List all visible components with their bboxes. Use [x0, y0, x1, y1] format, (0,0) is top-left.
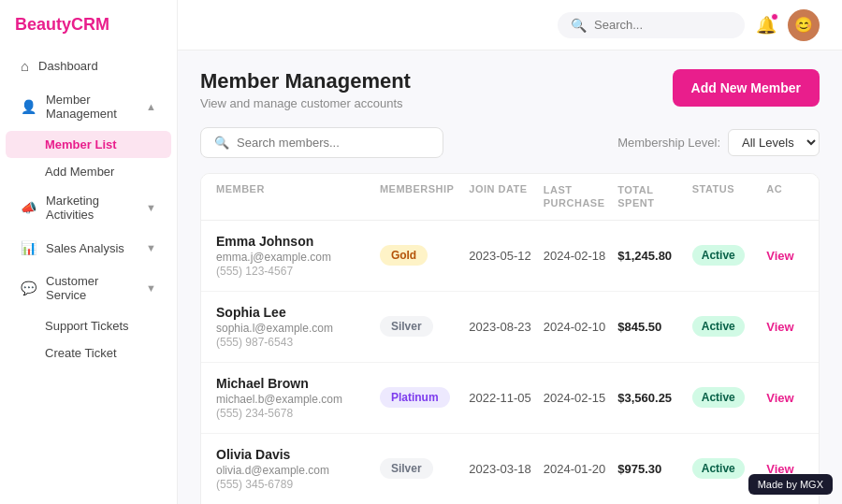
main-content-area: 🔍 🔔 😊 Member Management View and manage …	[178, 0, 842, 504]
table-row: Olivia Davis olivia.d@example.com (555) …	[201, 434, 819, 504]
sidebar-sub-create-ticket[interactable]: Create Ticket	[6, 339, 171, 367]
page-subtitle: View and manage customer accounts	[200, 96, 411, 110]
filter-label: Membership Level:	[617, 136, 720, 150]
last-purchase: 2024-02-15	[544, 391, 618, 405]
status-badge: Active	[692, 245, 767, 266]
sidebar-item-customer-service[interactable]: 💬 Customer Service ▼	[6, 266, 171, 310]
join-date: 2022-11-05	[469, 391, 544, 405]
total-spent: $1,245.80	[617, 249, 691, 263]
table-row: Michael Brown michael.b@example.com (555…	[201, 363, 819, 434]
silver-badge: Silver	[380, 458, 433, 479]
chevron-up-icon: ▲	[146, 101, 156, 112]
last-purchase: 2024-02-18	[544, 249, 618, 263]
col-join-date: JOIN DATE	[469, 183, 544, 210]
page-header: Member Management View and manage custom…	[200, 69, 820, 110]
sidebar-item-member-management[interactable]: 👤 Member Management ▲	[6, 84, 171, 129]
sidebar-item-label: Customer Service	[46, 274, 137, 302]
action-cell[interactable]: View	[766, 318, 804, 335]
sidebar-sub-add-member[interactable]: Add Member	[6, 158, 171, 185]
member-email: michael.b@example.com	[216, 393, 380, 406]
sidebar-item-marketing[interactable]: 📣 Marketing Activities ▼	[6, 185, 171, 230]
sidebar: BeautyCRM ⌂ Dashboard 👤 Member Managemen…	[0, 0, 178, 504]
made-by-text: Made by MGX	[758, 479, 823, 490]
member-info: Olivia Davis olivia.d@example.com (555) …	[216, 447, 380, 491]
marketing-icon: 📣	[21, 200, 36, 215]
view-link[interactable]: View	[766, 249, 793, 263]
app-logo: BeautyCRM	[0, 15, 177, 50]
sidebar-sub-member-list[interactable]: Member List	[6, 131, 171, 158]
search-members-icon: 🔍	[214, 136, 229, 150]
toolbar: 🔍 Membership Level: All Levels Gold Silv…	[200, 127, 820, 158]
member-phone: (555) 234-5678	[216, 407, 380, 420]
col-action: AC	[766, 183, 804, 210]
chevron-down-icon2: ▼	[146, 242, 156, 253]
search-icon: 🔍	[571, 18, 587, 33]
customer-service-icon: 💬	[21, 281, 36, 295]
member-icon: 👤	[21, 99, 36, 114]
member-phone: (555) 345-6789	[216, 478, 380, 491]
active-badge: Active	[692, 316, 745, 337]
member-name: Emma Johnson	[216, 234, 380, 249]
member-info: Michael Brown michael.b@example.com (555…	[216, 376, 380, 420]
col-total-spent: TOTALSPENT	[617, 183, 691, 210]
total-spent: $975.30	[617, 462, 691, 476]
active-badge: Active	[692, 458, 745, 479]
member-email: emma.j@example.com	[216, 251, 380, 264]
total-spent: $3,560.25	[617, 391, 691, 405]
page-title: Member Management	[200, 69, 411, 94]
total-spent: $845.50	[617, 320, 691, 334]
col-status: STATUS	[692, 183, 767, 210]
chevron-down-icon: ▼	[146, 202, 156, 213]
member-name: Sophia Lee	[216, 305, 380, 320]
col-last-purchase: LASTPURCHASE	[544, 183, 618, 210]
sidebar-sub-support-tickets[interactable]: Support Tickets	[6, 312, 171, 339]
global-search[interactable]: 🔍	[558, 12, 745, 38]
user-avatar[interactable]: 😊	[788, 9, 820, 41]
sales-icon: 📊	[21, 240, 36, 255]
membership-badge: Platinum	[380, 387, 469, 408]
search-members-input[interactable]	[237, 136, 429, 150]
membership-badge: Silver	[380, 458, 469, 479]
member-search-bar[interactable]: 🔍	[200, 127, 443, 158]
col-member: MEMBER	[216, 183, 380, 210]
search-input[interactable]	[594, 18, 732, 32]
view-link[interactable]: View	[766, 391, 793, 405]
add-new-member-button[interactable]: Add New Member	[673, 69, 820, 107]
gold-badge: Gold	[380, 245, 428, 266]
dashboard-icon: ⌂	[21, 58, 29, 74]
join-date: 2023-05-12	[469, 249, 544, 263]
member-email: sophia.l@example.com	[216, 322, 380, 335]
table-row: Sophia Lee sophia.l@example.com (555) 98…	[201, 292, 819, 363]
member-info: Emma Johnson emma.j@example.com (555) 12…	[216, 234, 380, 278]
action-cell[interactable]: View	[766, 247, 804, 264]
member-phone: (555) 123-4567	[216, 265, 380, 278]
sidebar-item-label: Marketing Activities	[46, 194, 137, 222]
last-purchase: 2024-02-10	[544, 320, 618, 334]
sidebar-item-sales[interactable]: 📊 Sales Analysis ▼	[6, 232, 171, 264]
view-link[interactable]: View	[766, 320, 793, 334]
members-table: MEMBER MEMBERSHIP JOIN DATE LASTPURCHASE…	[200, 173, 820, 504]
sidebar-item-label: Dashboard	[38, 59, 98, 73]
sidebar-item-label: Member Management	[46, 93, 137, 121]
page-title-block: Member Management View and manage custom…	[200, 69, 411, 110]
member-name: Michael Brown	[216, 376, 380, 391]
table-row: Emma Johnson emma.j@example.com (555) 12…	[201, 221, 819, 292]
status-badge: Active	[692, 387, 767, 408]
membership-badge: Silver	[380, 316, 469, 337]
join-date: 2023-03-18	[469, 462, 544, 476]
active-badge: Active	[692, 245, 745, 266]
sidebar-item-dashboard[interactable]: ⌂ Dashboard	[6, 50, 171, 82]
member-phone: (555) 987-6543	[216, 336, 380, 349]
page-content: Member Management View and manage custom…	[178, 50, 842, 504]
platinum-badge: Platinum	[380, 387, 450, 408]
made-by-badge: Made by MGX	[748, 474, 833, 495]
join-date: 2023-08-23	[469, 320, 544, 334]
membership-badge: Gold	[380, 245, 469, 266]
col-membership: MEMBERSHIP	[380, 183, 469, 210]
membership-level-select[interactable]: All Levels Gold Silver Platinum	[728, 129, 820, 156]
action-cell[interactable]: View	[766, 389, 804, 406]
table-header: MEMBER MEMBERSHIP JOIN DATE LASTPURCHASE…	[201, 174, 819, 221]
member-email: olivia.d@example.com	[216, 464, 380, 477]
notification-bell[interactable]: 🔔	[756, 15, 777, 36]
silver-badge: Silver	[380, 316, 433, 337]
